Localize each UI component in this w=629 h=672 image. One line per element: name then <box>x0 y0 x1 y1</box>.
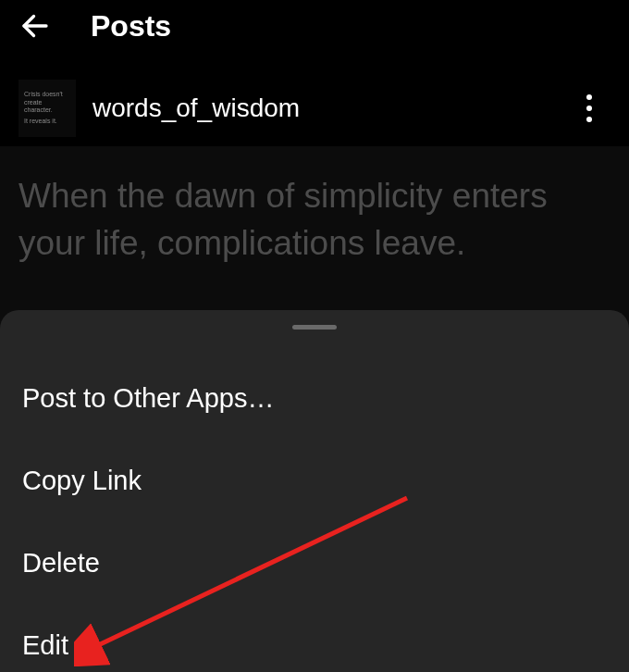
post-text: When the dawn of simplicity enters your … <box>0 154 629 285</box>
avatar[interactable]: Crisis doesn't create character. It reve… <box>18 80 76 137</box>
drag-handle[interactable] <box>292 325 337 330</box>
username[interactable]: words_of_wisdom <box>92 93 300 123</box>
back-arrow-icon[interactable] <box>17 7 54 44</box>
header: Posts <box>0 0 629 63</box>
page-title: Posts <box>91 9 171 44</box>
menu-item-copy-link[interactable]: Copy Link <box>0 440 629 522</box>
bottom-sheet: Post to Other Apps… Copy Link Delete Edi… <box>0 310 629 672</box>
menu-item-delete[interactable]: Delete <box>0 522 629 604</box>
more-options-icon[interactable] <box>575 94 603 122</box>
avatar-text: Crisis doesn't create character. <box>24 91 70 114</box>
menu-item-post-to-other[interactable]: Post to Other Apps… <box>0 357 629 440</box>
avatar-text: It reveals it. <box>24 118 57 125</box>
post-header: Crisis doesn't create character. It reve… <box>0 63 629 154</box>
menu-item-edit[interactable]: Edit <box>0 604 629 672</box>
